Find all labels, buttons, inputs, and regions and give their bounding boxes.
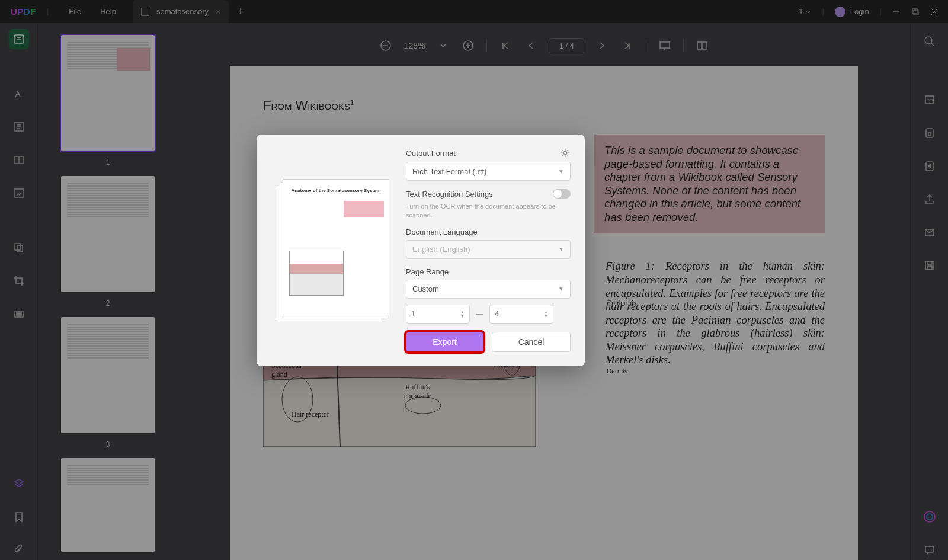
stepper-arrows[interactable]: ▲▼	[544, 310, 548, 318]
language-select: English (English)▼	[406, 240, 571, 259]
page-range-label: Page Range	[406, 267, 449, 276]
language-label: Document Language	[406, 228, 478, 236]
stepper-arrows[interactable]: ▲▼	[460, 310, 465, 318]
ocr-label: Text Recognition Settings	[406, 190, 493, 199]
chevron-down-icon: ▼	[558, 168, 564, 175]
modal-overlay: Anatomy of the Somatosensory System Outp…	[0, 0, 948, 560]
svg-point-42	[563, 152, 566, 155]
chevron-down-icon: ▼	[558, 286, 564, 292]
output-format-label: Output Format	[406, 149, 456, 158]
settings-icon[interactable]	[560, 148, 571, 158]
range-to-input[interactable]: 4▲▼	[489, 305, 553, 324]
range-from-input[interactable]: 1▲▼	[406, 305, 470, 324]
export-dialog: Anatomy of the Somatosensory System Outp…	[257, 135, 585, 366]
cancel-button[interactable]: Cancel	[492, 332, 571, 352]
output-format-select[interactable]: Rich Text Format (.rtf)▼	[406, 162, 571, 181]
chevron-down-icon: ▼	[558, 246, 564, 252]
ocr-helper-text: Turn on the OCR when the document appear…	[406, 202, 571, 219]
ocr-toggle[interactable]	[553, 189, 571, 199]
dialog-preview: Anatomy of the Somatosensory System	[271, 148, 395, 352]
page-range-select[interactable]: Custom▼	[406, 280, 571, 299]
range-dash: —	[476, 309, 483, 318]
export-button[interactable]: Export	[406, 332, 483, 352]
